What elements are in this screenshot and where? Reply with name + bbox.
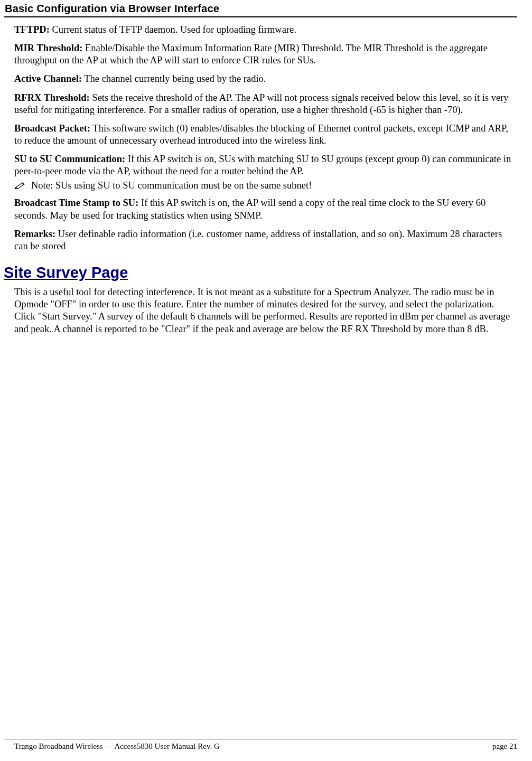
running-header: Basic Configuration via Browser Interfac… bbox=[5, 2, 517, 15]
note-text: Note: SUs using SU to SU communication m… bbox=[31, 180, 312, 192]
section-body: This is a useful tool for detecting inte… bbox=[14, 286, 517, 335]
note-row: Note: SUs using SU to SU communication m… bbox=[14, 180, 517, 192]
definition-body: Current status of TFTP daemon. Used for … bbox=[50, 24, 296, 35]
note-body: SUs using SU to SU communication must be… bbox=[53, 180, 312, 191]
definition-broadcast-packet: Broadcast Packet: This software switch (… bbox=[14, 123, 517, 147]
definition-term: Broadcast Packet: bbox=[14, 123, 90, 134]
content-area: TFTPD: Current status of TFTP daemon. Us… bbox=[4, 17, 517, 335]
definition-remarks: Remarks: User definable radio informatio… bbox=[14, 228, 517, 252]
definition-broadcast-time-stamp: Broadcast Time Stamp to SU: If this AP s… bbox=[14, 197, 517, 221]
pencil-icon bbox=[14, 182, 26, 190]
definition-term: Remarks: bbox=[14, 229, 55, 239]
definition-term: Broadcast Time Stamp to SU: bbox=[14, 198, 138, 208]
definition-body: The channel currently being used by the … bbox=[82, 73, 266, 84]
definition-term: MIR Threshold: bbox=[14, 43, 82, 53]
definition-term: RFRX Threshold: bbox=[14, 92, 90, 103]
footer-left: Trango Broadband Wireless — Access5830 U… bbox=[14, 741, 220, 751]
page: Basic Configuration via Browser Interfac… bbox=[0, 2, 532, 761]
definition-term: Active Channel: bbox=[14, 73, 82, 84]
section-heading-site-survey: Site Survey Page bbox=[4, 263, 517, 282]
definition-active-channel: Active Channel: The channel currently be… bbox=[14, 73, 517, 85]
definition-body: Enable/Disable the Maximum Information R… bbox=[14, 43, 488, 65]
definition-mir-threshold: MIR Threshold: Enable/Disable the Maximu… bbox=[14, 42, 517, 67]
note-label: Note: bbox=[31, 180, 53, 191]
footer: Trango Broadband Wireless — Access5830 U… bbox=[4, 739, 517, 751]
definition-term: SU to SU Communication: bbox=[14, 154, 125, 164]
definition-rfrx-threshold: RFRX Threshold: Sets the receive thresho… bbox=[14, 92, 517, 116]
footer-row: Trango Broadband Wireless — Access5830 U… bbox=[4, 739, 517, 751]
definition-su-to-su: SU to SU Communication: If this AP switc… bbox=[14, 153, 517, 177]
definition-tftpd: TFTPD: Current status of TFTP daemon. Us… bbox=[14, 24, 517, 36]
definition-term: TFTPD: bbox=[14, 24, 50, 35]
definition-body: User definable radio information (i.e. c… bbox=[14, 229, 502, 251]
footer-right: page 21 bbox=[492, 741, 517, 751]
